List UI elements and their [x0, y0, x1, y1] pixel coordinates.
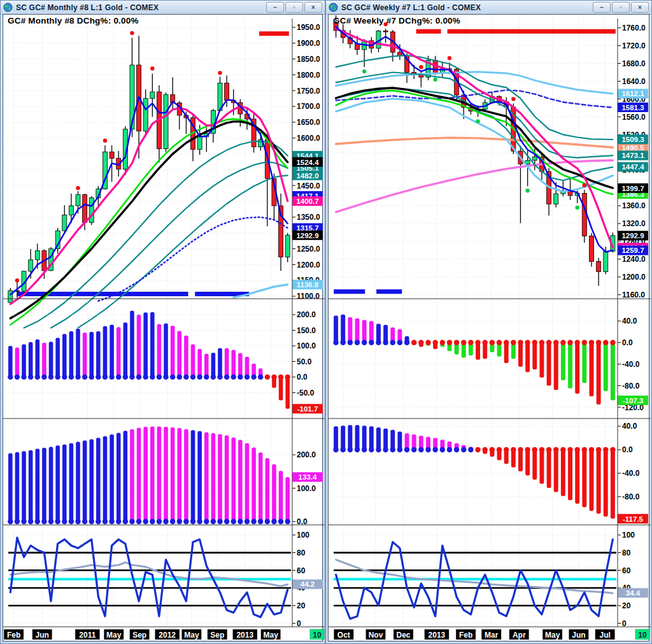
chart-symbol-label: GC# Monthly #8 DChg%: 0.00% [8, 16, 139, 25]
svg-text:1760.0: 1760.0 [622, 24, 646, 32]
svg-text:Feb: Feb [7, 631, 20, 640]
svg-text:Jul: Jul [599, 631, 610, 640]
chart-area-monthly: 1100.01150.01200.01250.01300.01350.01400… [3, 14, 323, 641]
svg-text:1560.0: 1560.0 [622, 113, 646, 122]
svg-text:Sep: Sep [210, 631, 224, 640]
svg-text:May: May [184, 631, 199, 640]
svg-text:1720.0: 1720.0 [622, 41, 646, 50]
svg-text:Feb: Feb [459, 631, 472, 640]
svg-text:80: 80 [297, 548, 306, 557]
svg-text:1292.9: 1292.9 [296, 232, 318, 240]
chart-window-weekly: SC GC# Weekly #7 L:1 Gold - COMEX – ▫ × … [325, 0, 652, 644]
window-controls: – ▫ × [593, 2, 649, 13]
svg-text:60: 60 [622, 566, 631, 575]
svg-text:May: May [263, 631, 278, 640]
svg-text:May: May [106, 631, 122, 640]
svg-text:1900.0: 1900.0 [297, 39, 320, 48]
svg-text:-101.7: -101.7 [297, 405, 318, 413]
chart-area-weekly: 1160.01200.01240.01280.01320.01360.01400… [328, 14, 649, 641]
svg-text:100: 100 [622, 531, 635, 540]
svg-text:1600.0: 1600.0 [297, 134, 320, 143]
svg-text:1700.0: 1700.0 [297, 102, 320, 111]
svg-text:1581.3: 1581.3 [621, 104, 644, 111]
svg-text:1399.7: 1399.7 [621, 185, 644, 192]
svg-text:1160.0: 1160.0 [622, 290, 645, 299]
window-titlebar[interactable]: SC GC# Monthly #8 L:1 Gold - COMEX – ▫ × [1, 1, 325, 15]
maximize-button[interactable]: ▫ [285, 2, 303, 13]
maximize-button[interactable]: ▫ [612, 2, 630, 13]
svg-text:1950.0: 1950.0 [297, 23, 320, 32]
svg-text:1240.0: 1240.0 [622, 255, 646, 264]
close-button[interactable]: × [304, 2, 322, 13]
chart-canvas-monthly[interactable]: 1100.01150.01200.01250.01300.01350.01400… [3, 15, 325, 640]
svg-text:1524.4: 1524.4 [296, 159, 319, 166]
svg-text:150.0: 150.0 [297, 326, 316, 335]
svg-text:20: 20 [297, 601, 306, 610]
svg-text:100.0: 100.0 [297, 484, 316, 493]
svg-text:1650.0: 1650.0 [297, 118, 320, 127]
svg-text:1490.5: 1490.5 [621, 144, 644, 152]
chart-canvas-weekly[interactable]: 1160.01200.01240.01280.01320.01360.01400… [329, 15, 651, 640]
svg-text:-80.0: -80.0 [622, 492, 640, 501]
svg-text:44.2: 44.2 [301, 580, 315, 588]
svg-text:200.0: 200.0 [297, 310, 316, 319]
globe-app-icon [329, 3, 338, 12]
window-controls: – ▫ × [266, 2, 322, 13]
chart-symbol-label: GC# Weekly #7 DChg%: 0.00% [333, 16, 460, 25]
svg-text:1250.0: 1250.0 [297, 245, 320, 254]
svg-text:1473.1: 1473.1 [621, 152, 644, 159]
svg-text:1200.0: 1200.0 [297, 261, 320, 269]
close-button[interactable]: × [631, 2, 649, 13]
svg-text:-40.0: -40.0 [622, 469, 640, 478]
chart-window-monthly: SC GC# Monthly #8 L:1 Gold - COMEX – ▫ ×… [0, 0, 325, 644]
maximize-icon: ▫ [293, 4, 295, 11]
svg-text:133.4: 133.4 [299, 473, 317, 481]
svg-text:Apr: Apr [513, 631, 526, 640]
svg-text:Oct: Oct [337, 631, 350, 640]
svg-text:Jun: Jun [36, 631, 49, 640]
svg-text:100: 100 [297, 531, 309, 540]
svg-text:1320.0: 1320.0 [622, 219, 646, 228]
svg-text:2011: 2011 [79, 631, 96, 640]
svg-text:-107.3: -107.3 [623, 397, 644, 404]
svg-text:1259.7: 1259.7 [621, 247, 644, 254]
desktop: SC GC# Monthly #8 L:1 Gold - COMEX – ▫ ×… [0, 0, 652, 644]
svg-text:1509.3: 1509.3 [621, 136, 644, 143]
minimize-button[interactable]: – [593, 2, 611, 13]
svg-text:20: 20 [622, 601, 631, 610]
maximize-icon: ▫ [620, 4, 622, 11]
svg-text:-50.0: -50.0 [297, 389, 315, 397]
globe-app-icon [3, 3, 13, 12]
svg-text:1292.9: 1292.9 [621, 232, 644, 240]
svg-text:-80.0: -80.0 [622, 382, 640, 390]
svg-text:1612.1: 1612.1 [621, 90, 644, 97]
svg-text:40.0: 40.0 [622, 422, 637, 431]
minimize-icon: – [600, 4, 604, 11]
svg-text:0.0: 0.0 [622, 338, 633, 347]
svg-text:10: 10 [313, 631, 322, 640]
svg-text:40.0: 40.0 [622, 317, 637, 326]
minimize-button[interactable]: – [266, 2, 284, 13]
close-icon: × [638, 4, 642, 11]
svg-text:1400.7: 1400.7 [296, 197, 318, 205]
svg-text:1360.0: 1360.0 [622, 201, 646, 210]
svg-text:100.0: 100.0 [297, 341, 316, 350]
svg-text:-117.5: -117.5 [623, 515, 644, 523]
svg-text:1200.0: 1200.0 [622, 273, 646, 282]
svg-text:34.4: 34.4 [626, 589, 641, 597]
svg-text:50.0: 50.0 [297, 357, 312, 366]
svg-text:2012: 2012 [159, 631, 176, 640]
svg-text:60: 60 [297, 566, 306, 575]
svg-text:1136.8: 1136.8 [297, 281, 319, 289]
svg-text:Dec: Dec [396, 631, 410, 640]
svg-text:200.0: 200.0 [297, 450, 316, 459]
svg-text:10: 10 [638, 631, 647, 640]
svg-text:1450.0: 1450.0 [297, 182, 320, 190]
window-title: SC GC# Weekly #7 L:1 Gold - COMEX [341, 3, 590, 12]
svg-text:1447.4: 1447.4 [621, 163, 644, 171]
window-titlebar[interactable]: SC GC# Weekly #7 L:1 Gold - COMEX – ▫ × [326, 1, 651, 15]
svg-text:0.0: 0.0 [622, 445, 633, 454]
svg-text:2013: 2013 [236, 631, 253, 640]
svg-text:-40.0: -40.0 [622, 360, 640, 369]
svg-text:Jun: Jun [572, 631, 585, 640]
